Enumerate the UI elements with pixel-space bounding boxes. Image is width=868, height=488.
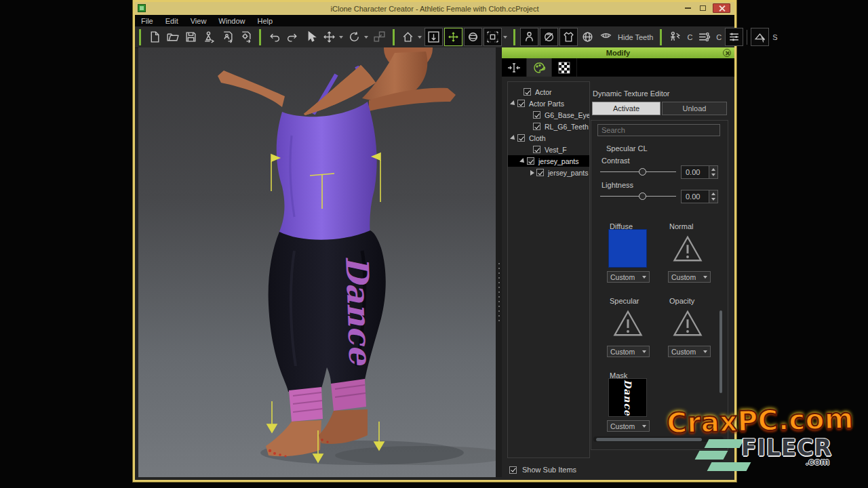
menu-edit[interactable]: Edit xyxy=(159,17,184,25)
unload-button[interactable]: Unload xyxy=(662,102,727,115)
lightness-slider-thumb[interactable] xyxy=(639,192,646,200)
home-view-caret[interactable] xyxy=(418,36,422,39)
checkbox-checked-icon[interactable] xyxy=(533,123,540,130)
character-render: Dance xyxy=(138,47,496,477)
gizmo-move-button[interactable] xyxy=(444,28,462,46)
pants-dance-text: Dance xyxy=(338,255,379,367)
move-tool-button[interactable] xyxy=(320,28,338,46)
tree-row-g6-base-eye[interactable]: G6_Base_Eye xyxy=(508,109,589,121)
tab-morph[interactable] xyxy=(502,58,527,77)
opacity-dropdown[interactable]: Custom xyxy=(668,346,711,357)
diffuse-dropdown[interactable]: Custom xyxy=(607,271,650,283)
close-button[interactable] xyxy=(713,3,730,13)
checkbox-checked-icon[interactable] xyxy=(517,100,525,107)
open-folder-icon xyxy=(166,30,179,43)
show-sub-items-row[interactable]: Show Sub Items xyxy=(509,466,576,474)
redo-button[interactable] xyxy=(283,28,302,46)
gizmo-scale-button[interactable] xyxy=(484,28,502,46)
viewport-3d[interactable]: Dance xyxy=(138,47,496,477)
calibration-button[interactable] xyxy=(666,28,684,46)
panel-title: Modify xyxy=(606,49,630,57)
search-input[interactable] xyxy=(597,124,720,136)
tree-row-rl-g6-teeth[interactable]: RL_G6_Teeth xyxy=(508,121,589,132)
contrast-value[interactable] xyxy=(681,165,709,179)
adjust-button[interactable] xyxy=(725,28,743,46)
gizmo-rotate-button[interactable] xyxy=(464,28,482,46)
tree-row-actor-parts[interactable]: Actor Parts xyxy=(508,98,589,109)
gizmo-scale-caret[interactable] xyxy=(503,36,507,39)
checkbox-checked-icon[interactable] xyxy=(517,134,525,142)
import-character-button[interactable] xyxy=(218,28,237,46)
hide-teeth-button[interactable] xyxy=(597,28,615,46)
tab-texture[interactable] xyxy=(552,58,577,77)
show-sub-items-checkbox[interactable] xyxy=(509,466,517,474)
modify-panel-header[interactable]: Modify xyxy=(502,47,734,58)
export-character-button[interactable] xyxy=(237,28,255,46)
menu-help[interactable]: Help xyxy=(251,17,279,25)
specular-thumbnail[interactable] xyxy=(608,304,647,342)
save-project-button[interactable] xyxy=(182,28,200,46)
mask-thumbnail[interactable]: Dance xyxy=(608,378,647,417)
hide-teeth-label[interactable]: Hide Teeth xyxy=(618,33,653,41)
minimize-button[interactable] xyxy=(682,3,694,13)
checkbox-checked-icon[interactable] xyxy=(533,146,540,153)
spin-down-icon[interactable] xyxy=(711,174,715,176)
contrast-label: Contrast xyxy=(601,157,630,165)
select-tool-button[interactable] xyxy=(302,28,320,46)
expander-open-icon[interactable] xyxy=(519,158,526,165)
tree-row-actor[interactable]: Actor xyxy=(508,86,589,98)
tree-row-cloth[interactable]: Cloth xyxy=(508,132,589,144)
diffuse-thumbnail[interactable] xyxy=(608,229,647,268)
checkbox-checked-icon[interactable] xyxy=(536,169,544,176)
show-cloth-button[interactable] xyxy=(559,28,578,46)
menu-view[interactable]: View xyxy=(184,17,213,25)
home-view-button[interactable] xyxy=(399,28,417,46)
lightness-value[interactable] xyxy=(681,190,709,203)
opacity-thumbnail[interactable] xyxy=(668,304,707,342)
rotate-tool-button[interactable] xyxy=(345,28,363,46)
morph-sliders-button[interactable] xyxy=(695,28,713,46)
panel-close-icon[interactable] xyxy=(723,49,731,57)
checkbox-checked-icon[interactable] xyxy=(533,111,540,119)
activate-button[interactable]: Activate xyxy=(592,102,660,115)
show-accessory-button[interactable] xyxy=(578,28,597,46)
lightness-slider[interactable] xyxy=(600,192,676,201)
tree-row-jersey-pants-child[interactable]: jersey_pants xyxy=(508,167,589,178)
specular-dropdown[interactable]: Custom xyxy=(607,346,650,357)
edit-mesh-button[interactable] xyxy=(751,28,769,46)
normal-thumbnail[interactable] xyxy=(668,229,707,268)
move-tool-caret[interactable] xyxy=(339,36,343,39)
checkbox-checked-icon[interactable] xyxy=(527,157,534,165)
undo-button[interactable] xyxy=(265,28,283,46)
frame-object-button[interactable] xyxy=(425,28,443,46)
tab-appearance[interactable] xyxy=(527,58,552,77)
rotate-tool-caret[interactable] xyxy=(364,36,368,39)
normal-dropdown[interactable]: Custom xyxy=(668,271,711,283)
show-avatar-button[interactable] xyxy=(520,28,538,46)
toolbar-separator xyxy=(259,29,261,45)
expander-open-icon[interactable] xyxy=(510,135,517,142)
expander-closed-icon[interactable] xyxy=(530,170,534,176)
spin-up-icon[interactable] xyxy=(711,168,715,171)
show-hair-button[interactable] xyxy=(540,28,558,46)
open-project-button[interactable] xyxy=(163,28,182,46)
title-bar[interactable]: iClone Character Creator - Athletic Fema… xyxy=(135,2,734,15)
scale-tool-button[interactable] xyxy=(370,28,389,46)
apply-character-button[interactable] xyxy=(200,28,218,46)
contrast-slider-thumb[interactable] xyxy=(639,168,646,176)
spin-down-icon[interactable] xyxy=(711,198,715,201)
tree-row-vest-f[interactable]: Vest_F xyxy=(508,144,589,155)
vertical-scrollbar[interactable] xyxy=(719,129,723,447)
tree-row-jersey-pants-selected[interactable]: jersey_pants xyxy=(508,155,589,167)
checkbox-checked-icon[interactable] xyxy=(524,88,531,96)
maximize-button[interactable] xyxy=(696,3,709,13)
new-project-button[interactable] xyxy=(145,28,163,46)
menu-file[interactable]: File xyxy=(135,17,159,25)
panel-splitter[interactable] xyxy=(496,47,502,477)
menu-window[interactable]: Window xyxy=(212,17,251,25)
expander-open-icon[interactable] xyxy=(510,100,517,107)
vertical-scrollbar-thumb[interactable] xyxy=(719,310,722,393)
spin-up-icon[interactable] xyxy=(711,192,715,195)
mask-dropdown[interactable]: Custom xyxy=(607,420,650,432)
contrast-slider[interactable] xyxy=(600,168,676,176)
